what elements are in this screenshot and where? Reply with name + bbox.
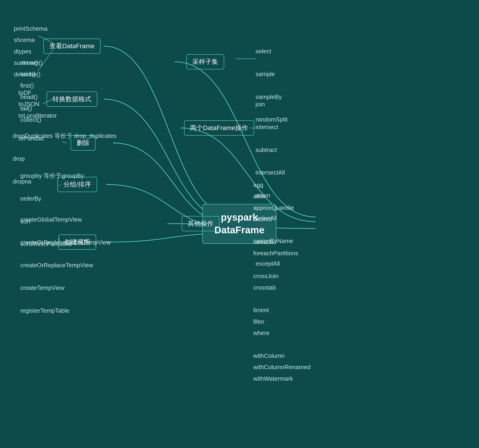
node-other-label: 其他操作 — [182, 216, 220, 231]
node-sample: 采样子集 — [186, 54, 224, 69]
node-twoop-label: 两个DataFrame操作 — [184, 120, 254, 136]
node-other: 其他操作 — [182, 216, 220, 231]
leaf-other: aggaliasapproxQuantiledistinctforeachfor… — [253, 179, 311, 384]
node-view-label: 查看DataFrame — [43, 39, 100, 54]
node-sample-label: 采样子集 — [186, 54, 224, 69]
node-twoop: 两个DataFrame操作 — [184, 120, 254, 136]
leaf-createview: createGlobalTempViewcreateOrReplaceGloba… — [20, 214, 110, 316]
mind-map: pysparkDataFrame 查看DataFrame 转换数据格式 删除 分… — [0, 0, 479, 448]
node-view: 查看DataFrame — [43, 39, 100, 54]
